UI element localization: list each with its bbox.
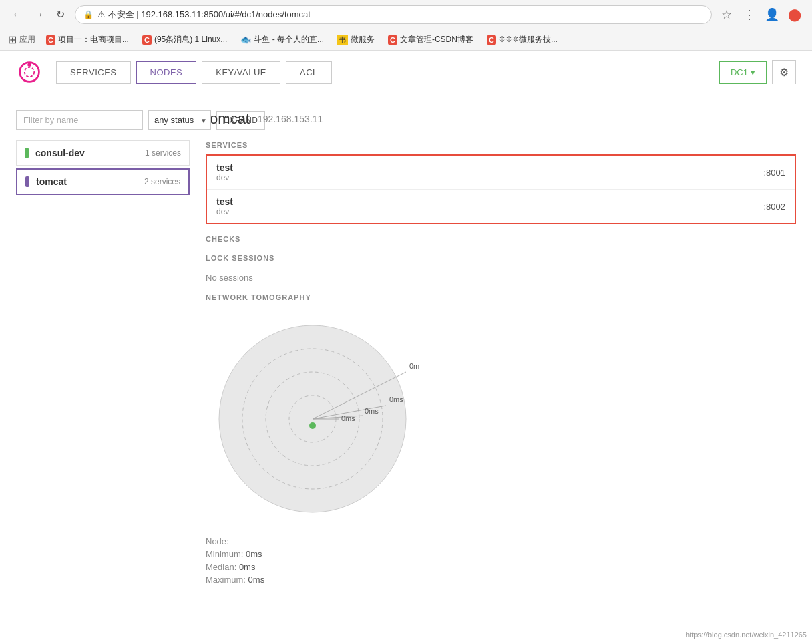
bookmarks-bar: ⊞ 应用 C 项目一：电商项目... C (95条消息) 1 Linux... … bbox=[0, 29, 812, 51]
tab-nodes[interactable]: NODES bbox=[136, 61, 197, 84]
no-sessions-text: No sessions bbox=[206, 273, 796, 283]
node-header: tomcat 192.168.153.11 bbox=[206, 110, 796, 128]
status-indicator-purple bbox=[25, 176, 29, 187]
lock-icon: 🔒 bbox=[83, 10, 93, 19]
node-item-tomcat[interactable]: tomcat 2 services bbox=[16, 168, 190, 195]
service-row-1[interactable]: test dev :8001 bbox=[207, 156, 795, 190]
browser-bar: ← → ↻ 🔒 ⚠ 不安全 | 192.168.153.11:8500/ui/#… bbox=[0, 0, 812, 29]
main-content: any status EXPAND consul-dev 1 services … bbox=[0, 94, 812, 603]
svg-text:0ms: 0ms bbox=[409, 362, 419, 370]
lock-sessions-header: LOCK SESSIONS bbox=[206, 254, 796, 262]
node-name-tomcat: tomcat bbox=[36, 176, 144, 187]
bookmark-3[interactable]: 🐟 斗鱼 - 每个人的直... bbox=[235, 33, 329, 47]
stat-node: Node: bbox=[206, 536, 796, 546]
nav-buttons: ← → ↻ bbox=[8, 5, 69, 24]
bookmark-1[interactable]: C 项目一：电商项目... bbox=[41, 33, 134, 47]
filter-row: any status EXPAND bbox=[16, 110, 190, 130]
bookmark-5[interactable]: C 文章管理-CSDN博客 bbox=[383, 33, 479, 47]
checks-section-header: CHECKS bbox=[206, 235, 796, 243]
services-box: test dev :8001 test dev :8002 bbox=[206, 154, 796, 224]
node-count-consul-dev: 1 services bbox=[145, 148, 181, 158]
status-select[interactable]: any status bbox=[148, 110, 211, 130]
logo bbox=[16, 59, 43, 86]
user-icon[interactable]: 👤 bbox=[763, 5, 781, 24]
service-port-2: :8002 bbox=[763, 202, 785, 212]
stat-minimum: Minimum: 0ms bbox=[206, 549, 796, 559]
node-count-tomcat: 2 services bbox=[144, 177, 180, 186]
url-text: ⚠ 不安全 | 192.168.153.11:8500/ui/#/dc1/nod… bbox=[97, 9, 311, 21]
node-title: tomcat bbox=[206, 110, 250, 128]
apps-label: 应用 bbox=[19, 34, 35, 45]
service-info-1: test dev bbox=[216, 162, 763, 182]
status-select-wrapper: any status bbox=[148, 110, 211, 130]
stat-maximum: Maximum: 0ms bbox=[206, 575, 796, 585]
service-name-2: test bbox=[216, 196, 763, 207]
bookmark-4[interactable]: 书 微服务 bbox=[332, 33, 380, 47]
bookmark-2[interactable]: C (95条消息) 1 Linux... bbox=[137, 33, 232, 47]
tab-acl[interactable]: ACL bbox=[286, 61, 332, 84]
app-container: SERVICES NODES KEY/VALUE ACL DC1 ▾ ⚙ any… bbox=[0, 51, 812, 644]
node-item-consul-dev[interactable]: consul-dev 1 services bbox=[16, 140, 190, 166]
svg-point-1 bbox=[25, 67, 34, 77]
node-name-consul-dev: consul-dev bbox=[35, 148, 145, 158]
node-ip: 192.168.153.11 bbox=[258, 114, 323, 124]
left-panel: any status EXPAND consul-dev 1 services … bbox=[16, 110, 190, 587]
bookmark-6[interactable]: C ❊❊❊微服务技... bbox=[481, 33, 563, 47]
address-bar[interactable]: 🔒 ⚠ 不安全 | 192.168.153.11:8500/ui/#/dc1/n… bbox=[75, 5, 712, 24]
forward-button[interactable]: → bbox=[29, 5, 48, 24]
svg-text:0ms: 0ms bbox=[365, 407, 379, 415]
back-button[interactable]: ← bbox=[8, 5, 27, 24]
svg-point-15 bbox=[309, 422, 316, 429]
status-indicator-green bbox=[25, 148, 29, 158]
footer-link: https://blog.csdn.net/weixin_4211265 bbox=[686, 631, 807, 639]
network-section-header: NETWORK TOMOGRAPHY bbox=[206, 293, 796, 301]
tab-services[interactable]: SERVICES bbox=[56, 61, 131, 84]
service-row-2[interactable]: test dev :8002 bbox=[207, 190, 795, 223]
reload-button[interactable]: ↻ bbox=[51, 5, 69, 24]
settings-button[interactable]: ⚙ bbox=[772, 60, 796, 84]
right-panel: tomcat 192.168.153.11 SERVICES test dev … bbox=[206, 110, 796, 587]
top-nav: SERVICES NODES KEY/VALUE ACL DC1 ▾ ⚙ bbox=[0, 51, 812, 94]
service-tag-2: dev bbox=[216, 207, 763, 216]
service-info-2: test dev bbox=[216, 196, 763, 216]
browser-actions: ☆ ⋮ 👤 ⬤ bbox=[717, 5, 804, 24]
tab-keyvalue[interactable]: KEY/VALUE bbox=[202, 61, 280, 84]
dc-selector[interactable]: DC1 ▾ bbox=[719, 61, 767, 84]
stat-median: Median: 0ms bbox=[206, 562, 796, 572]
bookmark-icon[interactable]: ☆ bbox=[717, 5, 736, 24]
browser-menu-icon[interactable]: ⋮ bbox=[740, 5, 759, 24]
service-name-1: test bbox=[216, 162, 763, 173]
svg-text:0ms: 0ms bbox=[389, 395, 403, 404]
radar-chart: 0ms 0ms 0ms 0ms bbox=[206, 312, 419, 526]
svg-text:0ms: 0ms bbox=[341, 414, 355, 422]
extension-icon[interactable]: ⬤ bbox=[785, 5, 804, 24]
svg-point-2 bbox=[27, 63, 31, 67]
service-port-1: :8001 bbox=[763, 168, 785, 178]
apps-icon[interactable]: ⊞ bbox=[8, 33, 17, 46]
services-section-header: SERVICES bbox=[206, 141, 796, 149]
service-tag-1: dev bbox=[216, 173, 763, 182]
filter-input[interactable] bbox=[16, 110, 143, 130]
